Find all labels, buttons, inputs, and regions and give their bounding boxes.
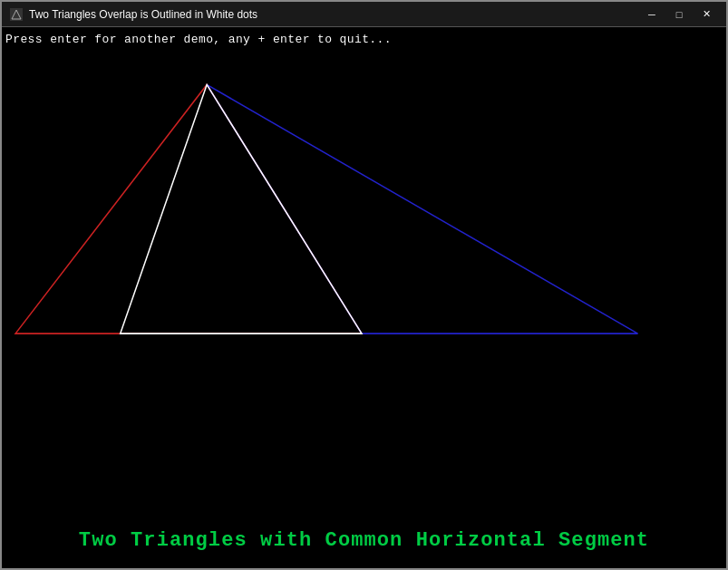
window-title: Two Triangles Overlap is Outlined in Whi… [29, 8, 639, 21]
title-bar: Two Triangles Overlap is Outlined in Whi… [2, 2, 726, 27]
bottom-label: Two Triangles with Common Horizontal Seg… [79, 529, 649, 552]
white-overlap-triangle [121, 84, 362, 333]
maximize-button[interactable]: □ [666, 5, 692, 24]
canvas-area: Press enter for another demo, any + ente… [2, 27, 726, 568]
drawing-canvas [2, 27, 726, 568]
window-controls: ─ □ ✕ [639, 5, 719, 24]
close-button[interactable]: ✕ [694, 5, 719, 24]
blue-triangle [207, 84, 637, 333]
red-triangle [15, 84, 362, 333]
minimize-button[interactable]: ─ [639, 5, 665, 24]
app-window: Two Triangles Overlap is Outlined in Whi… [0, 0, 728, 570]
window-icon [9, 7, 24, 22]
